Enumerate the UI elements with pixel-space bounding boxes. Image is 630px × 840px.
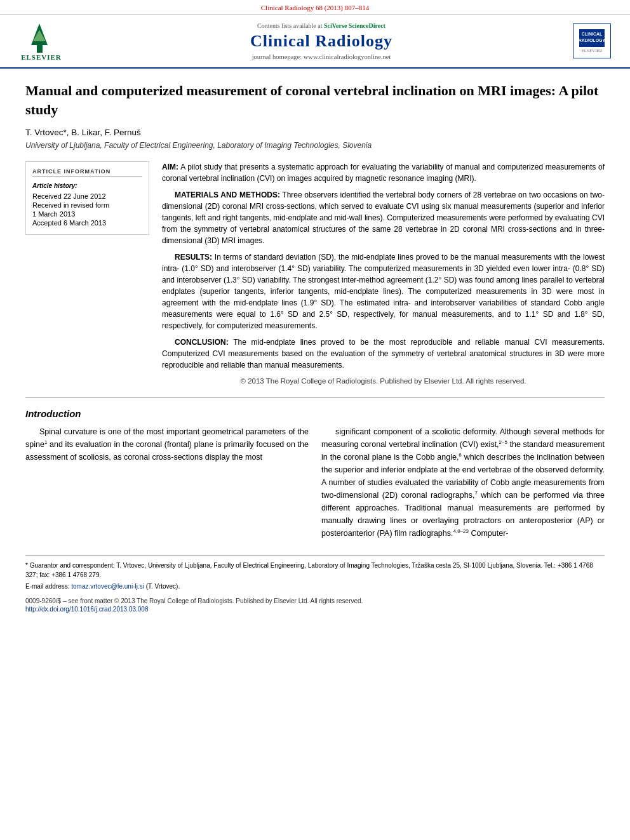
intro-left-text: Spinal curvature is one of the most impo… [25, 425, 309, 463]
results-label: RESULTS: [175, 253, 212, 262]
issn-line: 0009-9260/$ – see front matter © 2013 Th… [25, 597, 605, 604]
svg-text:CLINICAL: CLINICAL [582, 32, 603, 36]
results-content: In terms of standard deviation (SD), the… [162, 253, 605, 330]
email-label: E-mail address: [25, 583, 69, 590]
email-footnote: E-mail address: tomaz.vrtovec@fe.uni-lj.… [25, 582, 605, 591]
article-history-label: Article history: [32, 182, 142, 189]
abstract-aim: AIM: A pilot study that presents a syste… [162, 161, 605, 184]
top-bar: Clinical Radiology 68 (2013) 807–814 [0, 0, 630, 15]
svg-text:RADIOLOGY: RADIOLOGY [579, 38, 605, 43]
abstract-conclusion: CONCLUSION: The mid-endplate lines prove… [162, 337, 605, 371]
article-info-column: ARTICLE INFORMATION Article history: Rec… [25, 161, 149, 387]
sciverse-line: Contents lists available at SciVerse Sci… [76, 22, 566, 29]
article-info-box: ARTICLE INFORMATION Article history: Rec… [25, 161, 149, 235]
intro-left-col: Spinal curvature is one of the most impo… [25, 425, 309, 545]
received-date: Received 22 June 2012 [32, 192, 142, 200]
doi-text: http://dx.doi.org/10.1016/j.crad.2013.03… [25, 606, 148, 613]
cr-logo-box: CLINICAL RADIOLOGY ELSEVIER [573, 23, 611, 58]
conclusion-content: The mid-endplate lines proved to be the … [162, 338, 605, 370]
intro-right-text: significant component of a scoliotic def… [321, 425, 605, 540]
affiliation: University of Ljubljana, Faculty of Elec… [25, 141, 605, 150]
article-info-label: ARTICLE INFORMATION [32, 168, 142, 177]
introduction-title: Introduction [25, 408, 605, 419]
abstract-methods: MATERIALS AND METHODS: Three observers i… [162, 189, 605, 246]
methods-label: MATERIALS AND METHODS: [175, 190, 280, 199]
abstract-column: AIM: A pilot study that presents a syste… [162, 161, 605, 387]
svg-rect-0 [37, 45, 43, 53]
cr-small-text: ELSEVIER [581, 48, 602, 53]
sciverse-link[interactable]: SciVerse ScienceDirect [324, 22, 385, 29]
intro-right-col: significant component of a scoliotic def… [321, 425, 605, 545]
email-link[interactable]: tomaz.vrtovec@fe.uni-lj.si [71, 583, 144, 590]
homepage-line: journal homepage: www.clinicalradiologyo… [76, 53, 566, 60]
aim-content: A pilot study that presents a systematic… [162, 163, 605, 183]
revised-date: 1 March 2013 [32, 210, 142, 218]
elsevier-brand-text: ELSEVIER [13, 53, 70, 61]
revised-label: Received in revised form [32, 201, 142, 209]
accepted-date: Accepted 6 March 2013 [32, 219, 142, 227]
journal-title: Clinical Radiology [76, 32, 566, 51]
aim-label: AIM: [162, 163, 178, 171]
abstract-section: ARTICLE INFORMATION Article history: Rec… [25, 161, 605, 387]
article-title: Manual and computerized measurement of c… [25, 81, 605, 119]
issn-doi-area: 0009-9260/$ – see front matter © 2013 Th… [25, 597, 605, 613]
journal-header: ELSEVIER Contents lists available at Sci… [0, 15, 630, 69]
doi-line[interactable]: http://dx.doi.org/10.1016/j.crad.2013.03… [25, 606, 605, 613]
copyright-line: © 2013 The Royal College of Radiologists… [162, 376, 605, 387]
abstract-text: AIM: A pilot study that presents a syste… [162, 161, 605, 387]
introduction-columns: Spinal curvature is one of the most impo… [25, 425, 605, 545]
authors: T. Vrtovec*, B. Likar, F. Pernuš [25, 128, 605, 137]
intro-left-para: Spinal curvature is one of the most impo… [25, 425, 309, 463]
article-body: Manual and computerized measurement of c… [0, 69, 630, 625]
email-suffix: (T. Vrtovec). [146, 583, 180, 590]
guarantor-footnote: * Guarantor and correspondent: T. Vrtove… [25, 561, 605, 580]
footnote-area: * Guarantor and correspondent: T. Vrtove… [25, 555, 605, 591]
conclusion-label: CONCLUSION: [175, 338, 229, 347]
elsevier-logo: ELSEVIER [13, 21, 70, 61]
abstract-results: RESULTS: In terms of standard deviation … [162, 251, 605, 331]
journal-citation: Clinical Radiology 68 (2013) 807–814 [261, 4, 369, 11]
section-divider [25, 397, 605, 398]
guarantor-text: * Guarantor and correspondent: T. Vrtove… [25, 562, 593, 578]
introduction-section: Introduction Spinal curvature is one of … [25, 408, 605, 545]
right-logo-area: CLINICAL RADIOLOGY ELSEVIER [573, 23, 617, 58]
intro-right-para: significant component of a scoliotic def… [321, 425, 605, 540]
journal-center-block: Contents lists available at SciVerse Sci… [76, 22, 566, 60]
